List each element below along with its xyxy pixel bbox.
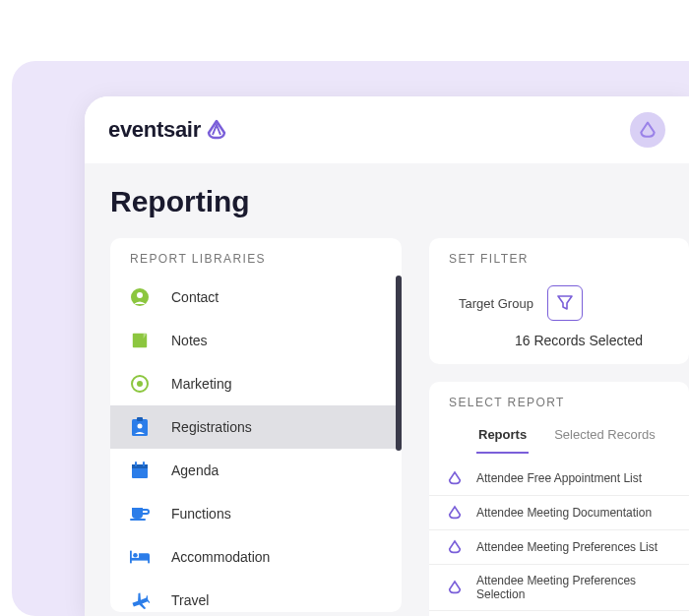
- svg-point-7: [138, 424, 143, 429]
- tab-reports[interactable]: Reports: [476, 421, 529, 454]
- select-report-heading: SELECT REPORT: [429, 396, 689, 419]
- report-item[interactable]: Attendee Free Appointment List: [429, 462, 689, 496]
- report-mark-icon: [447, 470, 463, 486]
- library-item-agenda[interactable]: Agenda: [110, 449, 402, 492]
- scrollbar-track[interactable]: [396, 276, 402, 604]
- registrations-icon: [130, 417, 150, 437]
- report-item[interactable]: Attendee Meeting Documentation: [429, 496, 689, 530]
- library-label: Functions: [171, 506, 231, 522]
- svg-point-4: [137, 381, 143, 387]
- library-label: Registrations: [171, 419, 252, 435]
- svg-rect-15: [130, 558, 150, 561]
- target-group-label: Target Group: [459, 296, 533, 311]
- contact-icon: [130, 287, 150, 307]
- report-tabs: Reports Selected Records: [429, 419, 689, 454]
- library-label: Accommodation: [171, 549, 270, 565]
- brand-logo[interactable]: eventsair: [108, 117, 228, 143]
- brand-mark-icon: [638, 120, 658, 140]
- library-item-registrations[interactable]: Registrations: [110, 405, 402, 449]
- agenda-icon: [130, 461, 150, 480]
- report-label: Attendee Meeting Preferences List: [476, 540, 658, 554]
- library-item-travel[interactable]: Travel: [110, 579, 402, 616]
- library-label: Travel: [171, 592, 209, 608]
- report-list: Attendee Free Appointment List Attendee …: [429, 462, 689, 616]
- svg-rect-12: [130, 519, 146, 521]
- accommodation-icon: [130, 547, 150, 567]
- libraries-list: Contact Notes Marketing: [110, 276, 402, 616]
- brand-name: eventsair: [108, 117, 201, 143]
- report-libraries-panel: REPORT LIBRARIES Contact Notes: [110, 238, 402, 612]
- target-group-row: Target Group: [449, 276, 669, 327]
- marketing-icon: [130, 374, 150, 394]
- report-item[interactable]: Attendee Meeting Preferences Selection: [429, 565, 689, 611]
- filter-button[interactable]: [547, 285, 583, 321]
- svg-rect-13: [130, 551, 132, 564]
- library-item-contact[interactable]: Contact: [110, 276, 402, 319]
- library-item-notes[interactable]: Notes: [110, 319, 402, 362]
- page-title: Reporting: [110, 185, 689, 218]
- libraries-heading: REPORT LIBRARIES: [110, 252, 402, 276]
- brand-mark-icon: [205, 118, 228, 142]
- library-label: Agenda: [171, 462, 219, 478]
- library-label: Contact: [171, 289, 219, 305]
- records-selected-text: 16 Records Selected: [449, 327, 669, 348]
- library-label: Marketing: [171, 376, 231, 392]
- library-label: Notes: [171, 333, 208, 348]
- library-item-accommodation[interactable]: Accommodation: [110, 535, 402, 579]
- svg-rect-16: [148, 558, 150, 563]
- set-filter-panel: SET FILTER Target Group 16 Records Selec…: [429, 238, 689, 364]
- svg-rect-11: [143, 462, 145, 466]
- header-badge[interactable]: [630, 112, 665, 148]
- panels-row: REPORT LIBRARIES Contact Notes: [110, 238, 689, 616]
- report-item[interactable]: Attendee Meeting Preferences List: [429, 530, 689, 565]
- library-item-functions[interactable]: Functions: [110, 492, 402, 535]
- notes-icon: [130, 331, 150, 350]
- report-mark-icon: [447, 505, 463, 521]
- report-label: Attendee Meeting Preferences Selection: [476, 574, 671, 601]
- filter-heading: SET FILTER: [429, 252, 689, 276]
- svg-rect-10: [135, 462, 137, 466]
- select-report-panel: SELECT REPORT Reports Selected Records A…: [429, 382, 689, 616]
- svg-rect-6: [137, 417, 143, 421]
- scrollbar-thumb[interactable]: [396, 276, 402, 451]
- report-label: Attendee Meeting Documentation: [476, 506, 652, 520]
- funnel-icon: [556, 294, 574, 312]
- report-mark-icon: [447, 580, 463, 595]
- app-window: eventsair Reporting REPORT LIBRARIES: [85, 96, 689, 616]
- svg-rect-9: [132, 464, 148, 468]
- right-column: SET FILTER Target Group 16 Records Selec…: [429, 238, 689, 616]
- tab-selected-records[interactable]: Selected Records: [552, 421, 658, 454]
- content-area: Reporting REPORT LIBRARIES Contact: [85, 163, 689, 616]
- travel-icon: [130, 590, 150, 610]
- svg-point-1: [137, 292, 143, 298]
- report-mark-icon: [447, 539, 463, 555]
- report-label: Attendee Free Appointment List: [476, 471, 642, 485]
- library-item-marketing[interactable]: Marketing: [110, 362, 402, 405]
- report-item[interactable]: Attendee Meeting Schedule: [429, 611, 689, 616]
- functions-icon: [130, 504, 150, 524]
- app-header: eventsair: [85, 96, 689, 163]
- svg-point-14: [133, 553, 138, 558]
